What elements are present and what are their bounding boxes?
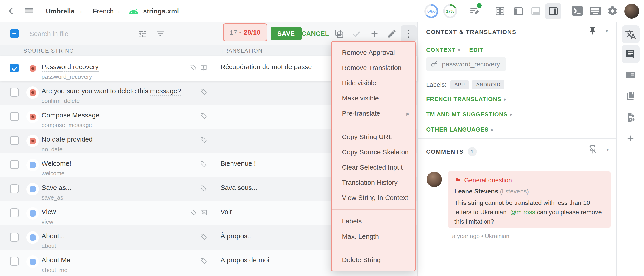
panel-title: CONTEXT & TRANSLATIONS [426, 29, 516, 36]
copy-source-icon[interactable] [334, 29, 344, 39]
menu-item[interactable]: Copy String URL [332, 129, 415, 144]
section-other-languages[interactable]: OTHER LANGUAGES▸ [426, 126, 494, 133]
menu-item[interactable]: Make visible [332, 90, 415, 106]
string-key: no_date [42, 146, 62, 153]
row-checkbox[interactable] [10, 64, 19, 72]
section-tm-mt-suggestions[interactable]: TM AND MT SUGGESTIONS▸ [426, 111, 513, 118]
section-french-translations[interactable]: FRENCH TRANSLATIONS▸ [426, 96, 506, 103]
label-chip: APP [450, 80, 469, 90]
row-checkbox[interactable] [10, 257, 19, 266]
menu-item[interactable]: View String In Context [332, 190, 415, 205]
approve-check-icon[interactable] [352, 29, 362, 39]
pin-panel-icon[interactable] [588, 26, 597, 36]
comment-card: General question Leane Stevens (l.steven… [448, 171, 611, 228]
more-actions-kebab-icon[interactable]: ⋮ [401, 25, 416, 42]
tag-icon [190, 209, 197, 218]
panel-collapse-chevron-icon[interactable]: ▾ [606, 28, 608, 34]
string-actions-menu: Remove Approval Remove Translation Hide … [331, 41, 416, 271]
string-key: confirm_delete [42, 98, 80, 104]
cancel-button[interactable]: CANCEL [302, 26, 329, 40]
status-icon [30, 234, 36, 241]
menu-item[interactable]: Delete String [332, 252, 415, 268]
console-icon[interactable] [572, 6, 583, 16]
chevron-right-icon: ▸ [491, 127, 494, 133]
layout-side-by-side-icon[interactable] [492, 3, 508, 19]
context-panel: CONTEXT & TRANSLATIONS ▾ CONTEXT ▾ EDIT … [418, 22, 617, 276]
row-checkbox[interactable] [10, 112, 19, 121]
settings-gear-icon[interactable] [607, 5, 618, 16]
comments-tab-icon[interactable] [622, 45, 640, 63]
breadcrumb-separator: › [80, 0, 82, 22]
tag-icon [200, 136, 208, 145]
user-mention-link[interactable]: @m.ross [510, 209, 535, 216]
row-checkbox[interactable] [10, 160, 19, 169]
source-string-text: Compose Message [42, 112, 99, 119]
progress-ring-translated: 64% [424, 4, 438, 18]
status-icon [30, 258, 36, 265]
panel-divider [418, 138, 616, 139]
translation-text: À propos... [220, 232, 253, 240]
file-info-tab-icon[interactable] [622, 108, 640, 126]
source-string-text: About... [42, 232, 64, 240]
filter-icon[interactable] [156, 29, 165, 38]
context-dropdown[interactable]: CONTEXT [426, 46, 456, 54]
keyboard-shortcuts-icon[interactable] [590, 6, 602, 16]
select-all-checkbox[interactable] [10, 29, 19, 38]
menu-item[interactable]: Max. Length [332, 229, 415, 244]
translation-text: Sava sous... [220, 184, 258, 192]
status-icon [30, 210, 36, 216]
unpin-comments-icon[interactable] [588, 145, 597, 155]
breadcrumb-project[interactable]: Umbrella [46, 0, 74, 22]
layout-right-panel-icon[interactable] [545, 3, 561, 19]
string-key-pill: password_recovery [426, 57, 506, 71]
glossary-tab-icon[interactable] [622, 87, 640, 105]
source-string-text: Are you sure you want to delete this mes… [42, 87, 181, 95]
translations-tab-icon[interactable] [622, 26, 640, 44]
row-checkbox[interactable] [10, 232, 19, 242]
counter-ratio: 28/10 [244, 29, 260, 36]
row-checkbox[interactable] [10, 184, 19, 193]
row-checkbox[interactable] [10, 88, 19, 96]
menu-item[interactable]: Translation History [332, 175, 415, 190]
status-icon [30, 138, 36, 144]
back-icon[interactable] [7, 6, 17, 16]
layout-bottom-panel-icon[interactable] [528, 3, 544, 19]
request-edits-icon[interactable] [469, 5, 480, 16]
menu-item[interactable]: Remove Approval [332, 45, 415, 60]
status-icon [30, 65, 36, 72]
menu-item[interactable]: Clear Selected Input [332, 160, 415, 175]
menu-item[interactable]: Pre-translate ▸ [332, 106, 415, 121]
user-avatar[interactable] [624, 4, 639, 18]
breadcrumb-file[interactable]: strings.xml [143, 0, 179, 22]
edit-pencil-icon[interactable] [387, 29, 397, 39]
chevron-right-icon: ▸ [504, 96, 506, 102]
menu-item[interactable]: Copy Source Skeleton [332, 144, 415, 160]
string-position-counter: 17 • 28/10 [223, 24, 267, 42]
hamburger-menu-icon[interactable] [24, 6, 34, 16]
translation-memory-tab-icon[interactable] [622, 66, 640, 84]
add-panel-icon[interactable]: + [622, 129, 640, 147]
menu-item[interactable]: Labels [332, 214, 415, 229]
save-button[interactable]: SAVE [270, 26, 302, 40]
breadcrumb-separator-2: › [118, 0, 120, 22]
string-key: save_as [42, 194, 63, 201]
layout-left-panel-icon[interactable] [510, 3, 526, 19]
comments-collapse-chevron-icon[interactable]: ▾ [606, 147, 609, 152]
breadcrumb-language[interactable]: French [93, 0, 114, 22]
add-string-icon[interactable] [370, 29, 380, 39]
search-settings-icon[interactable] [138, 29, 147, 38]
search-input[interactable] [30, 28, 124, 39]
tag-icon [200, 88, 208, 96]
android-file-icon [128, 6, 139, 16]
side-rail: + [617, 22, 644, 276]
string-key: password_recovery [42, 73, 92, 80]
edit-context-link[interactable]: EDIT [469, 46, 483, 54]
tag-icon [200, 185, 208, 193]
row-checkbox[interactable] [10, 136, 19, 145]
status-icon [30, 114, 36, 120]
menu-item[interactable]: Remove Translation [332, 60, 415, 75]
comment-meta: a year ago • Ukrainian [452, 232, 510, 240]
row-checkbox[interactable] [10, 208, 19, 218]
string-key: about [42, 242, 56, 250]
menu-item[interactable]: Hide visible [332, 75, 415, 90]
